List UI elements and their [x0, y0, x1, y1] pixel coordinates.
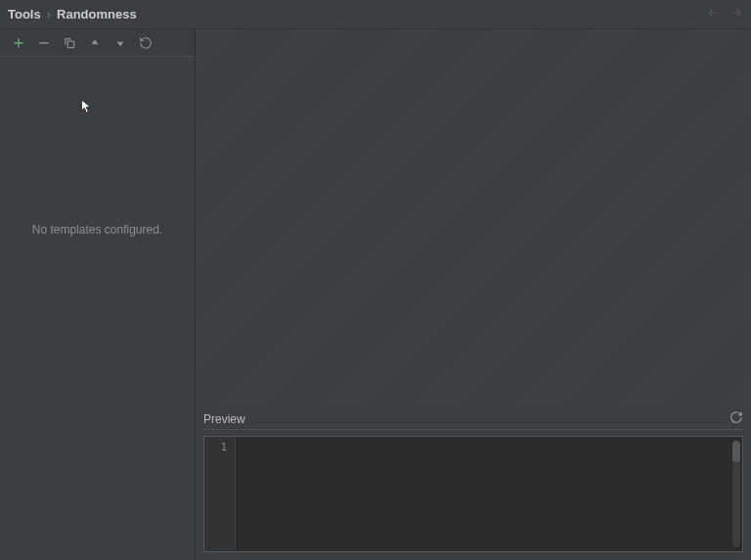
nav-back-icon[interactable] [706, 6, 720, 22]
templates-toolbar [0, 29, 195, 57]
move-up-icon[interactable] [86, 34, 104, 52]
remove-icon[interactable] [35, 34, 53, 52]
add-icon[interactable] [10, 34, 27, 52]
preview-scrollbar[interactable] [732, 441, 740, 547]
gutter-line-number: 1 [204, 441, 227, 453]
preview-scrollbar-thumb[interactable] [732, 441, 740, 462]
refresh-icon[interactable] [729, 410, 743, 427]
breadcrumb: Tools › Randomness [8, 7, 137, 22]
preview-section: Preview 1 [196, 409, 751, 560]
main-panel: Preview 1 [196, 29, 751, 560]
reset-icon[interactable] [137, 34, 155, 52]
move-down-icon[interactable] [111, 34, 129, 52]
templates-sidebar: No templates configured. [0, 29, 196, 560]
preview-editor[interactable]: 1 [203, 436, 743, 552]
editor-empty-area [196, 29, 751, 409]
breadcrumb-separator: › [47, 7, 51, 22]
nav-forward-icon[interactable] [729, 6, 743, 22]
breadcrumb-current: Randomness [57, 7, 137, 22]
copy-icon[interactable] [61, 34, 78, 52]
svg-rect-0 [67, 41, 73, 47]
preview-title: Preview [203, 412, 245, 426]
preview-code-area[interactable] [236, 437, 742, 551]
preview-gutter: 1 [204, 437, 236, 551]
breadcrumb-root[interactable]: Tools [8, 7, 41, 22]
settings-header: Tools › Randomness [0, 0, 751, 29]
templates-empty-label: No templates configured. [0, 57, 195, 560]
